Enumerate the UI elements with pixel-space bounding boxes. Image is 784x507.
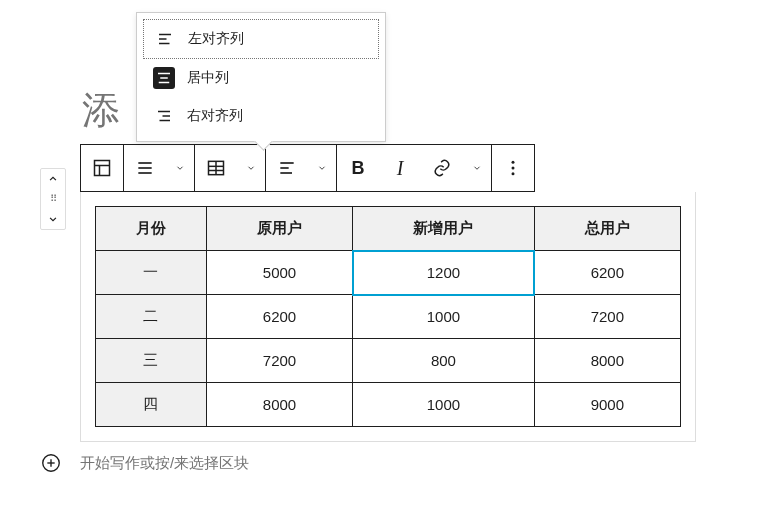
align-right-icon [153, 105, 175, 127]
table-cell[interactable]: 800 [353, 339, 535, 383]
align-left-icon [154, 28, 176, 50]
table-cell[interactable]: 三 [96, 339, 207, 383]
table-cell[interactable]: 6200 [534, 251, 680, 295]
table-header-row: 月份 原用户 新增用户 总用户 [96, 207, 681, 251]
italic-button[interactable]: I [379, 145, 421, 191]
dropdown-label: 居中列 [187, 69, 229, 87]
table-cell[interactable]: 7200 [206, 339, 352, 383]
table-header[interactable]: 新增用户 [353, 207, 535, 251]
column-align-button[interactable] [266, 145, 308, 191]
table-row: 四800010009000 [96, 383, 681, 427]
svg-point-15 [512, 172, 515, 175]
table-header[interactable]: 原用户 [206, 207, 352, 251]
table-cell[interactable]: 四 [96, 383, 207, 427]
link-button[interactable] [421, 145, 463, 191]
table-cell[interactable]: 1000 [353, 295, 535, 339]
block-mover: ⠿ [40, 168, 66, 230]
table-row: 三72008008000 [96, 339, 681, 383]
title-placeholder[interactable]: 添 [82, 85, 120, 136]
table-cell[interactable]: 5000 [206, 251, 352, 295]
table-header[interactable]: 月份 [96, 207, 207, 251]
table-cell[interactable]: 8000 [206, 383, 352, 427]
table-cell[interactable]: 1200 [353, 251, 535, 295]
move-down-button[interactable] [41, 209, 65, 229]
svg-rect-0 [95, 161, 110, 176]
align-button[interactable] [124, 145, 166, 191]
align-center-icon [153, 67, 175, 89]
align-right-option[interactable]: 右对齐列 [143, 97, 379, 135]
align-dropdown-toggle[interactable] [166, 145, 194, 191]
table-cell[interactable]: 一 [96, 251, 207, 295]
dropdown-label: 左对齐列 [188, 30, 244, 48]
column-align-dropdown: 左对齐列 居中列 右对齐列 [136, 12, 386, 142]
data-table[interactable]: 月份 原用户 新增用户 总用户 一500012006200二6200100072… [95, 206, 681, 427]
block-toolbar: B I [80, 144, 535, 192]
block-type-button[interactable] [81, 145, 123, 191]
table-cell[interactable]: 9000 [534, 383, 680, 427]
align-left-option[interactable]: 左对齐列 [143, 19, 379, 59]
dropdown-label: 右对齐列 [187, 107, 243, 125]
table-cell[interactable]: 7200 [534, 295, 680, 339]
table-cell[interactable]: 6200 [206, 295, 352, 339]
svg-point-13 [512, 161, 515, 164]
table-cell[interactable]: 1000 [353, 383, 535, 427]
table-header[interactable]: 总用户 [534, 207, 680, 251]
svg-point-14 [512, 167, 515, 170]
table-block: B I 月份 原用户 新增用户 总用户 [80, 144, 696, 442]
drag-handle[interactable]: ⠿ [41, 189, 65, 209]
appender-placeholder[interactable]: 开始写作或按/来选择区块 [80, 454, 249, 473]
align-center-option[interactable]: 居中列 [143, 59, 379, 97]
edit-table-button[interactable] [195, 145, 237, 191]
table-cell[interactable]: 二 [96, 295, 207, 339]
edit-table-dropdown-toggle[interactable] [237, 145, 265, 191]
more-options-button[interactable] [492, 145, 534, 191]
table-row: 一500012006200 [96, 251, 681, 295]
add-block-button[interactable] [40, 452, 62, 474]
bold-button[interactable]: B [337, 145, 379, 191]
column-align-dropdown-toggle[interactable] [308, 145, 336, 191]
more-rich-text-toggle[interactable] [463, 145, 491, 191]
block-appender: 开始写作或按/来选择区块 [40, 452, 249, 474]
table-cell[interactable]: 8000 [534, 339, 680, 383]
move-up-button[interactable] [41, 169, 65, 189]
table-container: 月份 原用户 新增用户 总用户 一500012006200二6200100072… [80, 192, 696, 442]
table-row: 二620010007200 [96, 295, 681, 339]
